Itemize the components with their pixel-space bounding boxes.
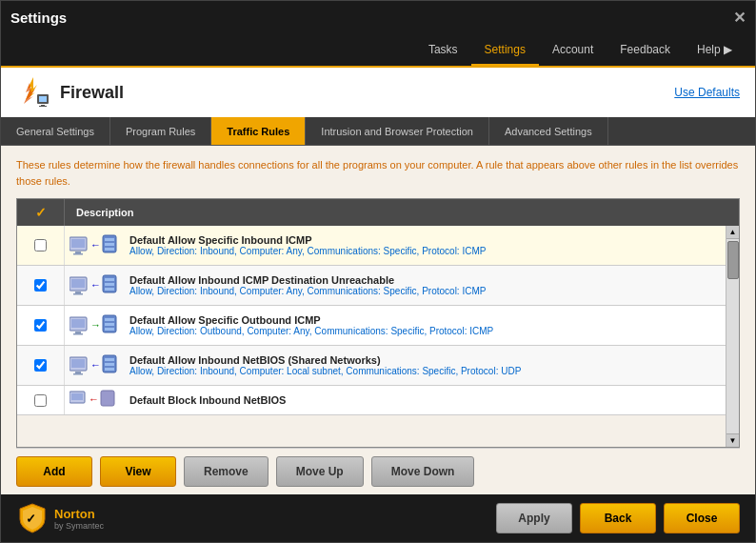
info-text: These rules determine how the firewall h… <box>16 157 740 189</box>
close-icon[interactable]: ✕ <box>733 9 746 27</box>
nav-tasks[interactable]: Tasks <box>415 35 471 64</box>
table-row[interactable]: ← Default Allow Specific Inbound ICMP Al… <box>17 226 726 266</box>
svg-rect-27 <box>73 333 83 335</box>
title-bar: Settings ✕ <box>1 1 755 33</box>
norton-logo: ✓ Norton by Symantec <box>16 502 104 534</box>
svg-rect-14 <box>105 248 114 251</box>
svg-text:→: → <box>90 319 101 331</box>
action-buttons: Add View Remove Move Up Move Down <box>16 448 740 487</box>
svg-rect-32 <box>105 328 114 331</box>
table-row[interactable]: ← Default Allow Inbound ICMP Destination… <box>17 266 726 306</box>
row-icon-3: → <box>65 308 122 344</box>
checkbox-1[interactable] <box>34 239 47 251</box>
firewall-icon <box>16 75 50 110</box>
back-button[interactable]: Back <box>580 503 656 533</box>
col-description: Description <box>65 207 739 218</box>
move-down-button[interactable]: Move Down <box>371 456 475 487</box>
checkbox-2[interactable] <box>34 279 47 292</box>
svg-rect-3 <box>39 96 47 102</box>
norton-text: Norton by Symantec <box>54 507 104 531</box>
row-text-3: Default Allow Specific Outbound ICMP All… <box>122 311 726 340</box>
content-area: These rules determine how the firewall h… <box>1 146 755 494</box>
header-left: Firewall <box>16 75 124 110</box>
use-defaults-link[interactable]: Use Defaults <box>674 86 740 99</box>
svg-rect-16 <box>71 279 85 288</box>
svg-rect-36 <box>73 373 83 375</box>
tabs-bar: General Settings Program Rules Traffic R… <box>1 117 755 146</box>
row-icon-2: ← <box>65 268 122 304</box>
row-text-1: Default Allow Specific Inbound ICMP Allo… <box>122 231 726 260</box>
svg-rect-8 <box>75 251 81 253</box>
row-text-2: Default Allow Inbound ICMP Destination U… <box>122 271 726 300</box>
tab-advanced[interactable]: Advanced Settings <box>489 117 608 145</box>
apply-button[interactable]: Apply <box>496 503 572 533</box>
table-row[interactable]: → Default Allow Specific Outbound ICMP A… <box>17 306 726 346</box>
svg-rect-5 <box>39 106 47 107</box>
svg-rect-22 <box>105 283 114 286</box>
svg-rect-34 <box>71 359 85 368</box>
checkbox-5[interactable] <box>34 394 47 407</box>
svg-rect-21 <box>105 278 114 281</box>
svg-rect-23 <box>105 288 114 291</box>
row-text-5: Default Block Inbound NetBIOS <box>122 391 726 410</box>
row-checkbox-1[interactable] <box>17 226 65 265</box>
nav-settings[interactable]: Settings <box>471 35 539 66</box>
tab-general[interactable]: General Settings <box>1 117 110 145</box>
scroll-down-button[interactable]: ▼ <box>726 433 739 447</box>
table-row[interactable]: ← Default Allow Inbound NetBIOS (Shared … <box>17 346 726 386</box>
nav-bar: Tasks Settings Account Feedback Help ▶ <box>1 33 755 68</box>
add-button[interactable]: Add <box>16 456 92 487</box>
svg-rect-25 <box>71 319 85 328</box>
norton-shield-icon: ✓ <box>16 502 49 534</box>
scroll-up-button[interactable]: ▲ <box>726 226 739 239</box>
svg-rect-40 <box>105 363 114 366</box>
row-checkbox-4[interactable] <box>17 346 65 385</box>
close-button[interactable]: Close <box>664 503 740 533</box>
header-area: Firewall Use Defaults <box>1 68 755 117</box>
footer-buttons: Apply Back Close <box>496 503 740 533</box>
tab-intrusion[interactable]: Intrusion and Browser Protection <box>306 117 489 145</box>
scroll-thumb[interactable] <box>727 241 739 279</box>
row-text-4: Default Allow Inbound NetBIOS (Shared Ne… <box>122 351 726 380</box>
settings-window: Settings ✕ Tasks Settings Account Feedba… <box>0 0 756 543</box>
firewall-title: Firewall <box>60 83 124 103</box>
move-up-button[interactable]: Move Up <box>276 456 364 487</box>
svg-rect-39 <box>105 358 114 361</box>
nav-feedback[interactable]: Feedback <box>607 35 684 64</box>
svg-text:←: ← <box>90 359 101 371</box>
nav-account[interactable]: Account <box>539 35 607 64</box>
svg-rect-26 <box>75 332 81 333</box>
svg-rect-41 <box>105 368 114 371</box>
svg-rect-31 <box>105 323 114 326</box>
remove-button[interactable]: Remove <box>184 456 269 487</box>
view-button[interactable]: View <box>100 456 176 487</box>
svg-rect-7 <box>71 239 85 248</box>
nav-help[interactable]: Help ▶ <box>684 35 746 64</box>
window-title: Settings <box>10 10 67 26</box>
row-checkbox-5[interactable] <box>17 386 65 414</box>
rules-table: ✓ Description <box>16 198 740 448</box>
svg-text:←: ← <box>90 279 101 291</box>
scrollbar[interactable]: ▲ ▼ <box>726 226 739 447</box>
table-row[interactable]: ← Default Block Inbound NetBIOS <box>17 386 726 415</box>
svg-rect-18 <box>73 293 83 295</box>
table-body: ← Default Allow Specific Inbound ICMP Al… <box>17 226 726 447</box>
svg-text:←: ← <box>90 239 101 251</box>
svg-rect-17 <box>75 292 81 293</box>
table-header: ✓ Description <box>17 199 739 226</box>
checkbox-4[interactable] <box>34 359 47 372</box>
checkbox-3[interactable] <box>34 319 47 332</box>
tab-program[interactable]: Program Rules <box>110 117 211 145</box>
row-checkbox-3[interactable] <box>17 306 65 345</box>
svg-rect-35 <box>75 372 81 373</box>
tab-traffic[interactable]: Traffic Rules <box>211 117 306 145</box>
svg-rect-30 <box>105 318 114 321</box>
svg-text:✓: ✓ <box>26 512 36 526</box>
row-checkbox-2[interactable] <box>17 266 65 305</box>
svg-rect-12 <box>105 238 114 241</box>
row-icon-5: ← <box>65 386 122 414</box>
svg-rect-43 <box>71 393 83 400</box>
svg-rect-45 <box>101 391 114 406</box>
svg-rect-9 <box>73 253 83 255</box>
row-icon-4: ← <box>65 348 122 384</box>
